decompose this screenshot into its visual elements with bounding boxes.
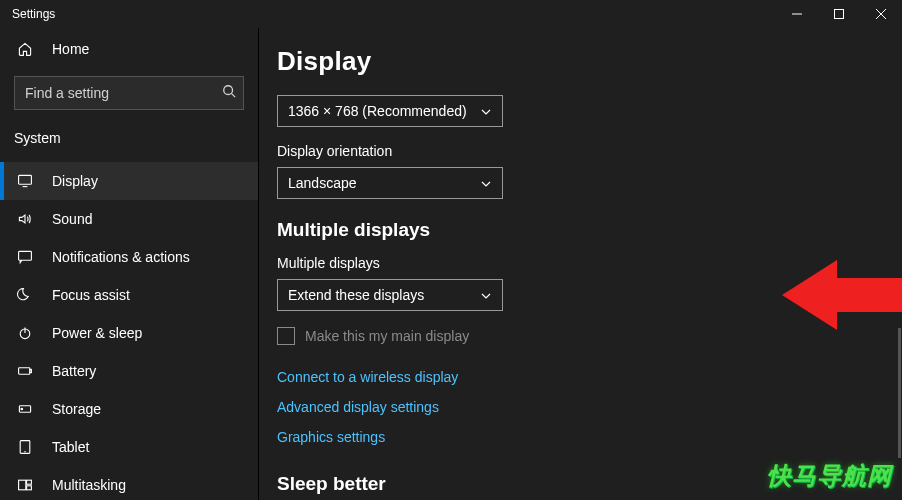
svg-point-14 xyxy=(21,408,23,410)
page-title: Display xyxy=(277,46,902,77)
svg-rect-17 xyxy=(19,480,26,490)
sound-icon xyxy=(16,210,34,228)
close-button[interactable] xyxy=(860,0,902,28)
chevron-down-icon xyxy=(480,289,492,301)
watermark: 快马导航网 xyxy=(767,460,892,492)
nav-item-tablet[interactable]: Tablet xyxy=(0,428,258,466)
scrollbar-thumb[interactable] xyxy=(898,328,901,458)
search-icon xyxy=(222,84,236,102)
svg-line-5 xyxy=(232,94,236,98)
svg-point-4 xyxy=(224,86,233,95)
multiple-displays-value: Extend these displays xyxy=(288,287,424,303)
resolution-select[interactable]: 1366 × 768 (Recommended) xyxy=(277,95,503,127)
nav-label: Notifications & actions xyxy=(52,249,190,265)
svg-rect-19 xyxy=(27,486,32,490)
nav-label: Display xyxy=(52,173,98,189)
link-graphics-settings[interactable]: Graphics settings xyxy=(277,429,902,445)
svg-rect-8 xyxy=(19,251,32,260)
multiple-displays-select[interactable]: Extend these displays xyxy=(277,279,503,311)
main-display-label: Make this my main display xyxy=(305,328,469,344)
nav-label: Multitasking xyxy=(52,477,126,493)
orientation-value: Landscape xyxy=(288,175,357,191)
svg-rect-18 xyxy=(27,480,32,484)
storage-icon xyxy=(16,400,34,418)
orientation-label: Display orientation xyxy=(277,143,902,159)
minimize-button[interactable] xyxy=(776,0,818,28)
nav-item-power-sleep[interactable]: Power & sleep xyxy=(0,314,258,352)
settings-category-header: System xyxy=(0,116,258,162)
titlebar: Settings xyxy=(0,0,902,28)
monitor-icon xyxy=(16,172,34,190)
nav-label: Storage xyxy=(52,401,101,417)
home-icon xyxy=(16,40,34,58)
multiple-displays-label: Multiple displays xyxy=(277,255,902,271)
resolution-value: 1366 × 768 (Recommended) xyxy=(288,103,467,119)
sidebar: Home System Display Sound Notifications … xyxy=(0,28,259,500)
svg-rect-12 xyxy=(30,369,32,372)
power-icon xyxy=(16,324,34,342)
nav-label: Tablet xyxy=(52,439,89,455)
link-advanced-display[interactable]: Advanced display settings xyxy=(277,399,902,415)
nav-item-display[interactable]: Display xyxy=(0,162,258,200)
nav-label: Battery xyxy=(52,363,96,379)
battery-icon xyxy=(16,362,34,380)
search-container xyxy=(14,76,244,110)
search-input[interactable] xyxy=(14,76,244,110)
nav-item-multitasking[interactable]: Multitasking xyxy=(0,466,258,500)
multitask-icon xyxy=(16,476,34,494)
home-button[interactable]: Home xyxy=(0,28,258,70)
message-icon xyxy=(16,248,34,266)
window-title: Settings xyxy=(12,7,55,21)
link-wireless-display[interactable]: Connect to a wireless display xyxy=(277,369,902,385)
window-controls xyxy=(776,0,902,28)
nav-item-battery[interactable]: Battery xyxy=(0,352,258,390)
content-pane: Display 1366 × 768 (Recommended) Display… xyxy=(259,28,902,500)
svg-rect-1 xyxy=(835,10,844,19)
nav-label: Focus assist xyxy=(52,287,130,303)
nav-item-notifications[interactable]: Notifications & actions xyxy=(0,238,258,276)
nav-list: Display Sound Notifications & actions Fo… xyxy=(0,162,258,500)
orientation-select[interactable]: Landscape xyxy=(277,167,503,199)
nav-item-focus-assist[interactable]: Focus assist xyxy=(0,276,258,314)
home-label: Home xyxy=(52,41,89,57)
nav-item-storage[interactable]: Storage xyxy=(0,390,258,428)
chevron-down-icon xyxy=(480,177,492,189)
nav-label: Power & sleep xyxy=(52,325,142,341)
svg-rect-11 xyxy=(19,368,30,374)
main-display-checkbox-row: Make this my main display xyxy=(277,327,902,345)
nav-label: Sound xyxy=(52,211,92,227)
multiple-displays-heading: Multiple displays xyxy=(277,219,902,241)
maximize-button[interactable] xyxy=(818,0,860,28)
main-display-checkbox[interactable] xyxy=(277,327,295,345)
chevron-down-icon xyxy=(480,105,492,117)
tablet-icon xyxy=(16,438,34,456)
svg-rect-6 xyxy=(19,175,32,184)
moon-icon xyxy=(16,286,34,304)
nav-item-sound[interactable]: Sound xyxy=(0,200,258,238)
